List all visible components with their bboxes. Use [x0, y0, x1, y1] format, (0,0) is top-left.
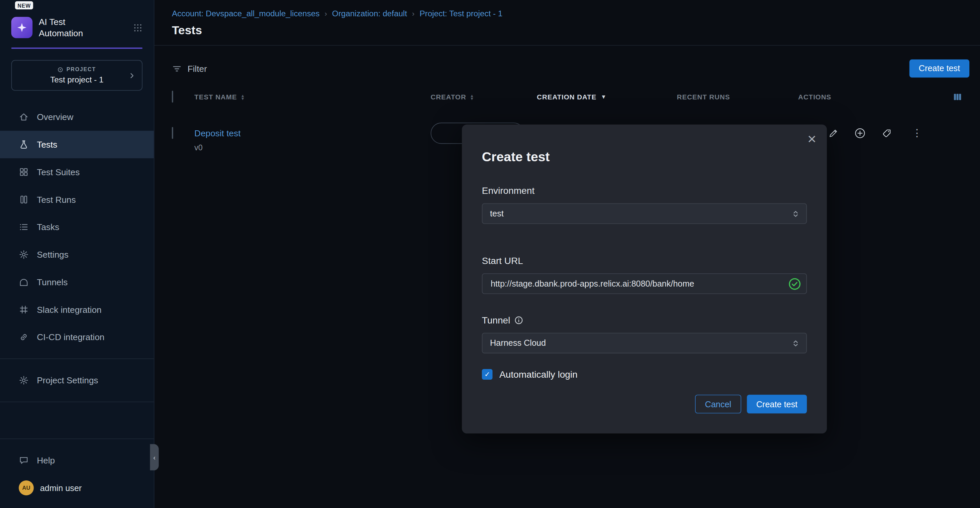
- breadcrumb-separator: ›: [412, 9, 415, 18]
- close-icon[interactable]: [808, 131, 816, 146]
- sidebar-spacer: [0, 410, 154, 431]
- test-name-cell: Deposit test v0: [194, 123, 431, 152]
- kebab-menu-icon[interactable]: [912, 127, 922, 139]
- column-settings-icon[interactable]: [944, 92, 963, 102]
- tunnel-select[interactable]: Harness Cloud: [482, 333, 807, 353]
- sidebar-accent-divider: [11, 48, 143, 49]
- create-test-button[interactable]: Create test: [909, 59, 969, 78]
- cancel-button[interactable]: Cancel: [695, 395, 741, 413]
- sidebar-item-tasks[interactable]: Tasks: [0, 213, 154, 241]
- environment-select[interactable]: test: [482, 203, 807, 224]
- flask-icon: [19, 140, 29, 150]
- sort-desc-icon: [601, 94, 607, 100]
- sidebar-header: NEW AI Test Automation: [0, 0, 154, 49]
- select-chevrons-icon: [791, 339, 800, 347]
- breadcrumb-project[interactable]: Project: Test project - 1: [420, 9, 503, 18]
- auto-login-row: Automatically login: [482, 369, 807, 380]
- start-url-field: [482, 273, 807, 294]
- grid-icon: [19, 167, 29, 177]
- filter-icon: [172, 64, 182, 73]
- environment-label: Environment: [482, 185, 807, 196]
- column-recent-runs: RECENT RUNS: [677, 93, 798, 101]
- tunnel-select-value: Harness Cloud: [490, 339, 546, 348]
- test-name-link[interactable]: Deposit test: [194, 128, 240, 138]
- auto-login-label: Automatically login: [499, 369, 578, 380]
- sidebar-divider: [0, 359, 154, 359]
- list-icon: [19, 222, 29, 232]
- help-chat-icon: [19, 455, 29, 465]
- sidebar-divider: [0, 402, 154, 403]
- tunnel-label: Tunnel: [482, 315, 807, 325]
- table-header-row: TEST NAME CREATOR CREATION DATE RECENT R…: [154, 88, 980, 106]
- avatar: AU: [19, 481, 33, 495]
- user-menu[interactable]: AU admin user: [0, 474, 154, 502]
- modal-actions: Cancel Create test: [482, 395, 807, 413]
- modal-create-test-button[interactable]: Create test: [747, 395, 807, 413]
- runs-icon: [19, 195, 29, 205]
- breadcrumb-account[interactable]: Account: Devspace_all_module_licenses: [172, 9, 320, 18]
- new-badge: NEW: [15, 1, 33, 9]
- add-plus-icon[interactable]: [854, 127, 866, 139]
- page-title: Tests: [172, 24, 963, 37]
- info-icon[interactable]: [515, 316, 523, 324]
- start-url-input[interactable]: [482, 273, 807, 294]
- sidebar-item-slack-integration[interactable]: Slack integration: [0, 296, 154, 324]
- project-icon: [58, 67, 64, 72]
- home-icon: [19, 112, 29, 122]
- breadcrumb-separator: ›: [325, 9, 327, 18]
- auto-login-checkbox[interactable]: [482, 369, 493, 380]
- sidebar-item-settings[interactable]: Settings: [0, 241, 154, 268]
- edit-pencil-icon[interactable]: [828, 128, 838, 138]
- app-title: AI Test Automation: [39, 16, 83, 39]
- sort-icons: [470, 94, 474, 100]
- sidebar-collapse-handle[interactable]: [150, 444, 159, 470]
- breadcrumb: Account: Devspace_all_module_licenses › …: [172, 9, 963, 18]
- sidebar-divider: [0, 439, 154, 439]
- valid-check-icon: [788, 277, 801, 290]
- gear-icon: [19, 376, 29, 386]
- select-all-checkbox[interactable]: [172, 91, 173, 103]
- breadcrumb-organization[interactable]: Organization: default: [332, 9, 407, 18]
- sidebar-item-test-runs[interactable]: Test Runs: [0, 186, 154, 213]
- sidebar-item-overview[interactable]: Overview: [0, 104, 154, 131]
- chevron-right-icon: [128, 72, 136, 80]
- project-selector[interactable]: PROJECT Test project - 1: [11, 60, 143, 91]
- column-actions: ACTIONS: [798, 93, 944, 101]
- app-logo-icon: [11, 17, 33, 38]
- gear-icon: [19, 250, 29, 260]
- modal-title: Create test: [482, 150, 807, 165]
- slack-icon: [19, 305, 29, 315]
- apps-grid-icon[interactable]: [133, 23, 143, 32]
- column-creator[interactable]: CREATOR: [431, 93, 537, 101]
- tunnel-icon: [19, 277, 29, 287]
- sidebar: NEW AI Test Automation PROJECT Test: [0, 0, 154, 508]
- sidebar-item-help[interactable]: Help: [0, 446, 154, 474]
- page-header: Account: Devspace_all_module_licenses › …: [154, 0, 980, 46]
- project-eyebrow: PROJECT: [58, 67, 96, 73]
- sidebar-item-tunnels[interactable]: Tunnels: [0, 268, 154, 296]
- start-url-label: Start URL: [482, 255, 807, 266]
- app-root: NEW AI Test Automation PROJECT Test: [0, 0, 980, 508]
- tag-icon[interactable]: [882, 128, 892, 138]
- project-selector-value: Test project - 1: [50, 75, 103, 85]
- row-checkbox[interactable]: [172, 127, 173, 139]
- sidebar-item-project-settings[interactable]: Project Settings: [0, 367, 154, 394]
- user-name: admin user: [40, 483, 82, 492]
- toolbar: Filter Create test: [172, 59, 969, 78]
- sort-icons: [240, 94, 245, 100]
- environment-select-value: test: [490, 209, 504, 218]
- sidebar-item-cicd-integration[interactable]: CI-CD integration: [0, 323, 154, 351]
- create-test-modal: Create test Environment test Start URL T…: [462, 125, 827, 433]
- column-test-name[interactable]: TEST NAME: [194, 93, 431, 101]
- column-creation-date[interactable]: CREATION DATE: [537, 93, 677, 101]
- test-version: v0: [194, 143, 431, 152]
- sidebar-item-tests[interactable]: Tests: [0, 131, 154, 158]
- link-icon: [19, 332, 29, 342]
- app-logo-row: AI Test Automation: [11, 16, 143, 39]
- sidebar-item-test-suites[interactable]: Test Suites: [0, 158, 154, 186]
- filter-control[interactable]: Filter: [172, 64, 207, 73]
- main-content: Account: Devspace_all_module_licenses › …: [154, 0, 980, 508]
- sidebar-nav: Overview Tests Test Suites Test Runs Tas…: [0, 104, 154, 351]
- select-chevrons-icon: [791, 209, 800, 218]
